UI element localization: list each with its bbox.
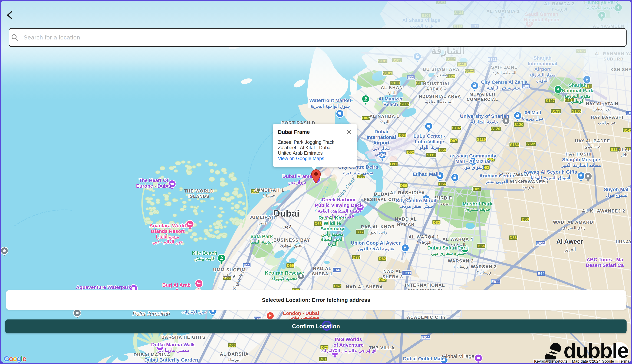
svg-text:JUMEIRAH: JUMEIRAH [250, 215, 275, 220]
svg-text:ورسان ٣: ورسان ٣ [477, 270, 491, 274]
svg-text:University of Sharjah: University of Sharjah [460, 114, 509, 119]
svg-text:International: International [366, 134, 396, 140]
svg-text:دبي: دبي [281, 222, 291, 229]
svg-text:AL WARQA 1: AL WARQA 1 [408, 234, 440, 239]
svg-text:جامعة الشارقة: جامعة الشارقة [471, 119, 498, 125]
svg-text:D77: D77 [357, 230, 364, 234]
svg-text:كايت بيتش: كايت بيتش [194, 256, 215, 261]
svg-text:Safa Park: Safa Park [250, 234, 273, 239]
svg-text:مستشفى كينجز: مستشفى كينجز [289, 314, 319, 320]
svg-text:ISLANDS: ISLANDS [188, 194, 209, 199]
svg-text:AL BARSHA: AL BARSHA [220, 352, 249, 356]
svg-text:آي إم جي عالم من المغامرات: آي إم جي عالم من المغامرات [321, 348, 377, 354]
svg-text:Palm Jumeirah: Palm Jumeirah [133, 310, 170, 317]
svg-text:Islands Resort: Islands Resort [151, 228, 185, 234]
svg-text:Dubai Marina Walk: Dubai Marina Walk [151, 342, 195, 347]
svg-text:Burj Al Arab: Burj Al Arab [162, 282, 190, 288]
svg-text:برواز دبي: برواز دبي [288, 179, 306, 185]
svg-text:Mall - Al Mizhar: Mall - Al Mizhar [455, 159, 491, 164]
svg-text:HUNAYWA: HUNAYWA [616, 240, 631, 244]
svg-text:THE WORLD: THE WORLD [184, 188, 214, 194]
svg-text:Dubai Outlet Mall: Dubai Outlet Mall [403, 356, 443, 361]
svg-text:D68: D68 [315, 222, 322, 226]
svg-text:Al Aweer: Al Aweer [556, 238, 583, 245]
svg-text:D62: D62 [407, 150, 414, 154]
svg-text:Union Coop Al Aweer: Union Coop Al Aweer [351, 240, 401, 246]
svg-text:S119: S119 [427, 153, 436, 157]
svg-text:D82: D82 [362, 116, 369, 120]
svg-text:Keturah Reserve: Keturah Reserve [265, 270, 304, 276]
svg-text:INTERNATIONAL: INTERNATIONAL [405, 283, 445, 288]
svg-text:محمية كيتوراه: محمية كيتوراه [271, 276, 298, 281]
svg-text:حديقة مشرف: حديقة مشرف [464, 207, 491, 212]
svg-text:E611: E611 [421, 335, 430, 340]
svg-text:Wildlife: Wildlife [324, 220, 341, 226]
svg-text:حي البديع: حي البديع [585, 144, 600, 149]
svg-text:AL KHAWANEEJ 2: AL KHAWANEEJ 2 [582, 208, 625, 214]
svg-text:النهدة: النهدة [379, 120, 389, 124]
svg-text:ورسان ٢: ورسان ٢ [454, 264, 468, 269]
svg-text:Sharjah Mosque: Sharjah Mosque [562, 157, 600, 162]
svg-text:LuLu Village: LuLu Village [415, 139, 444, 144]
svg-text:اسواق مول: اسواق مول [462, 164, 484, 170]
svg-text:BARSHA HEIGHTS: BARSHA HEIGHTS [161, 335, 205, 340]
svg-text:Dubai Frame: Dubai Frame [282, 174, 312, 179]
svg-text:D91: D91 [390, 162, 397, 166]
svg-text:Arabian Center: Arabian Center [479, 173, 515, 178]
svg-text:الدولي: الدولي [375, 151, 388, 156]
svg-text:HAY HOSHI: HAY HOSHI [566, 152, 592, 156]
svg-text:D89: D89 [400, 184, 407, 188]
svg-text:Etihad Mall: Etihad Mall [412, 172, 439, 177]
svg-text:D61: D61 [320, 357, 327, 361]
svg-text:E66: E66 [333, 268, 340, 272]
svg-text:D50: D50 [522, 217, 529, 222]
svg-text:City Centre Mirdif: City Centre Mirdif [395, 198, 437, 203]
svg-text:تلال: تلال [621, 153, 627, 157]
svg-text:D89: D89 [473, 187, 480, 191]
svg-text:العربي سنتر: العربي سنتر [485, 179, 508, 184]
svg-text:لسيوح مول: لسيوح مول [606, 192, 627, 198]
svg-text:Aswaq Al Seyouh Gifts: Aswaq Al Seyouh Gifts [524, 169, 577, 175]
svg-text:Dubai: Dubai [273, 208, 300, 218]
svg-text:محمية رأس: محمية رأس [321, 231, 343, 237]
svg-text:Sanctuary: Sanctuary [320, 226, 344, 232]
svg-text:of Adventure: of Adventure [333, 342, 364, 348]
svg-text:HAY BARASHI: HAY BARASHI [591, 115, 623, 120]
svg-text:WARSAN 2: WARSAN 2 [448, 258, 474, 263]
svg-text:S133: S133 [510, 142, 519, 147]
svg-text:D83: D83 [433, 220, 440, 224]
svg-text:منتجع أنانتارا: منتجع أنانتارا [156, 234, 179, 240]
svg-text:جميرا ١: جميرا ١ [263, 193, 275, 198]
svg-text:ممشى مارينا دبي: ممشى مارينا دبي [157, 348, 189, 353]
svg-text:D83: D83 [510, 236, 517, 240]
svg-text:NAD AL: NAD AL [313, 266, 332, 271]
svg-text:D54: D54 [478, 244, 485, 248]
svg-text:Desert Safari Ca: Desert Safari Ca [586, 262, 624, 268]
svg-text:منصة المشاهدة العامة: منصة المشاهدة العامة [318, 208, 360, 214]
svg-text:D77: D77 [353, 255, 360, 260]
svg-text:Anantara World: Anantara World [149, 223, 186, 228]
svg-text:SHEBA 3: SHEBA 3 [382, 274, 403, 279]
svg-text:Kite Beach: Kite Beach [192, 250, 217, 256]
svg-text:مردف: مردف [438, 201, 449, 206]
svg-text:الخوانيج: الخوانيج [522, 185, 535, 190]
svg-text:WADI AL AMARDI: WADI AL AMARDI [553, 220, 595, 224]
svg-text:جزر العالم - دبي: جزر العالم - دبي [152, 239, 183, 244]
svg-text:H: H [269, 313, 272, 318]
svg-text:S129: S129 [491, 126, 500, 131]
svg-text:RAS AL KHOR: RAS AL KHOR [361, 224, 395, 229]
svg-text:AL WARQA 4: AL WARQA 4 [442, 237, 473, 242]
svg-text:E11: E11 [243, 263, 250, 268]
svg-text:FESTIVAL CITY: FESTIVAL CITY [364, 197, 399, 202]
svg-text:LuLu Center -: LuLu Center - [413, 133, 445, 139]
svg-text:AL NAHDA 1: AL NAHDA 1 [369, 114, 399, 119]
svg-text:D64: D64 [399, 133, 406, 138]
svg-text:06 Mall: 06 Mall [525, 110, 541, 115]
svg-text:E611: E611 [536, 241, 545, 246]
svg-text:مسجد الشارقة الكبير: مسجد الشارقة الكبير [561, 163, 601, 168]
svg-text:Suyoh Mall: Suyoh Mall [604, 187, 630, 192]
svg-text:MIRDIF: MIRDIF [435, 196, 452, 200]
svg-text:NAD AL SHEBA: NAD AL SHEBA [346, 284, 383, 289]
svg-text:أسواق السيوح للهدايا: أسواق السيوح للهدايا [531, 174, 570, 180]
svg-text:ام سقيم: ام سقيم [223, 273, 237, 278]
